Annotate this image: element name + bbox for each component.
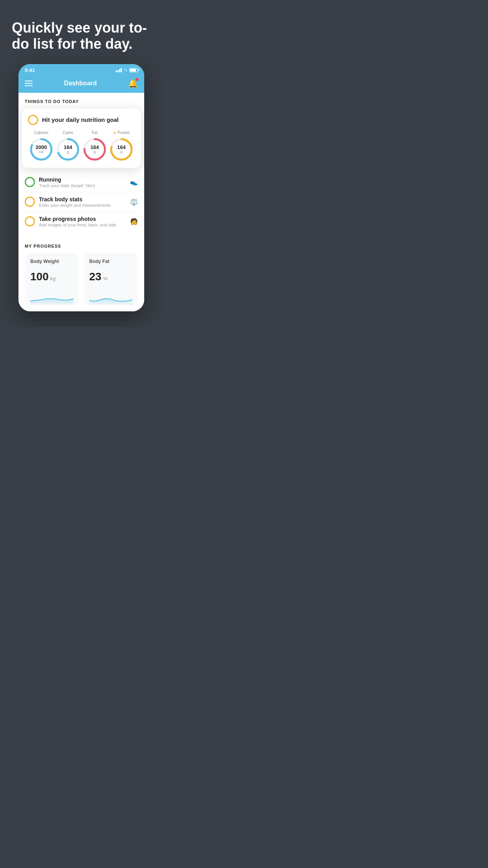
- body-weight-chart: [30, 289, 73, 305]
- todo-item-body-stats-left: Track body stats Enter your weight and m…: [25, 196, 130, 208]
- nutrition-item-fat: Fat 164 g: [83, 131, 107, 162]
- notification-bell-button[interactable]: 🔔: [128, 79, 138, 88]
- signal-bar-2: [117, 70, 118, 72]
- status-icons: ∿: [116, 68, 138, 73]
- body-fat-card-title: Body Fat: [89, 259, 132, 264]
- body-fat-chart: [89, 289, 132, 305]
- scale-icon: ⚖️: [130, 198, 138, 206]
- battery-fill: [130, 69, 136, 72]
- fat-label: Fat: [92, 131, 97, 135]
- nav-bar: Dashboard 🔔: [18, 75, 144, 93]
- hero-section: Quickly see your to-do list for the day.: [0, 0, 163, 64]
- nutrition-check-circle[interactable]: [28, 115, 38, 125]
- wifi-icon: ∿: [124, 68, 127, 73]
- hamburger-line-1: [25, 81, 33, 81]
- nutrition-card: Hit your daily nutrition goal Calories: [22, 108, 141, 168]
- body-fat-unit: %: [103, 276, 108, 281]
- progress-photos-check-circle[interactable]: [25, 216, 35, 226]
- protein-value: 164: [117, 145, 126, 150]
- nutrition-item-protein: ★ Protein 164 g: [109, 131, 134, 162]
- todo-item-running-left: Running Track your stats (target: 5km): [25, 177, 130, 188]
- running-subtitle: Track your stats (target: 5km): [39, 183, 130, 188]
- todo-section-title: THINGS TO DO TODAY: [25, 99, 138, 104]
- phone-content: THINGS TO DO TODAY Hit your daily nutrit…: [18, 93, 144, 311]
- nutrition-card-header: Hit your daily nutrition goal: [28, 115, 135, 125]
- nav-title: Dashboard: [64, 80, 97, 87]
- todo-item-progress-photos[interactable]: Take progress photos Add images of your …: [25, 212, 138, 231]
- notification-dot: [136, 78, 139, 81]
- body-weight-unit: kg: [50, 276, 56, 281]
- todo-item-running[interactable]: Running Track your stats (target: 5km) 👟: [25, 173, 138, 192]
- protein-label: ★ Protein: [113, 131, 130, 135]
- hamburger-line-3: [25, 85, 33, 86]
- body-weight-value: 100: [30, 270, 49, 283]
- nutrition-row: Calories 2000 cal: [28, 131, 135, 162]
- protein-star-icon: ★: [113, 131, 116, 135]
- status-bar: 9:41 ∿: [18, 64, 144, 75]
- signal-bar-4: [121, 68, 122, 72]
- hamburger-menu-button[interactable]: [25, 81, 33, 86]
- running-shoe-icon: 👟: [130, 178, 138, 186]
- person-icon: 🧑: [130, 218, 138, 225]
- body-stats-check-circle[interactable]: [25, 197, 35, 207]
- carbs-value: 164: [64, 145, 72, 150]
- carbs-circle: 164 g: [56, 137, 80, 162]
- calories-unit: cal: [36, 150, 47, 154]
- todo-item-body-stats[interactable]: Track body stats Enter your weight and m…: [25, 192, 138, 212]
- nutrition-card-title: Hit your daily nutrition goal: [42, 116, 119, 123]
- page-wrapper: Quickly see your to-do list for the day.…: [0, 0, 163, 327]
- nutrition-item-calories: Calories 2000 cal: [29, 131, 53, 162]
- body-fat-value-row: 23 %: [89, 270, 132, 283]
- running-title: Running: [39, 177, 130, 183]
- todo-item-progress-photos-text: Take progress photos Add images of your …: [39, 216, 130, 227]
- progress-section-title: MY PROGRESS: [25, 244, 138, 248]
- fat-unit: g: [90, 150, 99, 154]
- calories-value: 2000: [36, 145, 47, 150]
- phone-mockup: 9:41 ∿ Dashboard: [18, 64, 144, 311]
- body-weight-card-title: Body Weight: [30, 259, 73, 264]
- carbs-unit: g: [64, 150, 72, 154]
- signal-bar-1: [116, 71, 117, 72]
- calories-label: Calories: [34, 131, 49, 135]
- calories-circle: 2000 cal: [29, 137, 53, 162]
- body-fat-value: 23: [89, 270, 101, 283]
- protein-circle: 164 g: [109, 137, 134, 162]
- hamburger-line-2: [25, 83, 33, 84]
- protein-unit: g: [117, 150, 126, 154]
- fat-value: 164: [90, 145, 99, 150]
- body-stats-title: Track body stats: [39, 196, 130, 202]
- body-stats-subtitle: Enter your weight and measurements: [39, 203, 130, 208]
- running-check-circle[interactable]: [25, 177, 35, 187]
- signal-bar-3: [119, 69, 120, 72]
- todo-list: Running Track your stats (target: 5km) 👟…: [25, 173, 138, 231]
- progress-photos-title: Take progress photos: [39, 216, 130, 222]
- hero-title: Quickly see your to-do list for the day.: [12, 20, 151, 52]
- todo-item-progress-photos-left: Take progress photos Add images of your …: [25, 216, 130, 227]
- battery-icon: [129, 68, 138, 72]
- carbs-label: Carbs: [63, 131, 73, 135]
- body-weight-value-row: 100 kg: [30, 270, 73, 283]
- progress-grid: Body Weight 100 kg: [25, 253, 138, 305]
- fat-circle: 164 g: [83, 137, 107, 162]
- progress-section: MY PROGRESS Body Weight 100 kg: [25, 241, 138, 305]
- signal-bars-icon: [116, 68, 122, 72]
- nutrition-item-carbs: Carbs 164 g: [56, 131, 80, 162]
- body-fat-card[interactable]: Body Fat 23 %: [84, 253, 138, 305]
- status-time: 9:41: [25, 67, 35, 73]
- todo-item-body-stats-text: Track body stats Enter your weight and m…: [39, 196, 130, 208]
- progress-photos-subtitle: Add images of your front, back, and side: [39, 223, 130, 227]
- body-weight-card[interactable]: Body Weight 100 kg: [25, 253, 79, 305]
- todo-item-running-text: Running Track your stats (target: 5km): [39, 177, 130, 188]
